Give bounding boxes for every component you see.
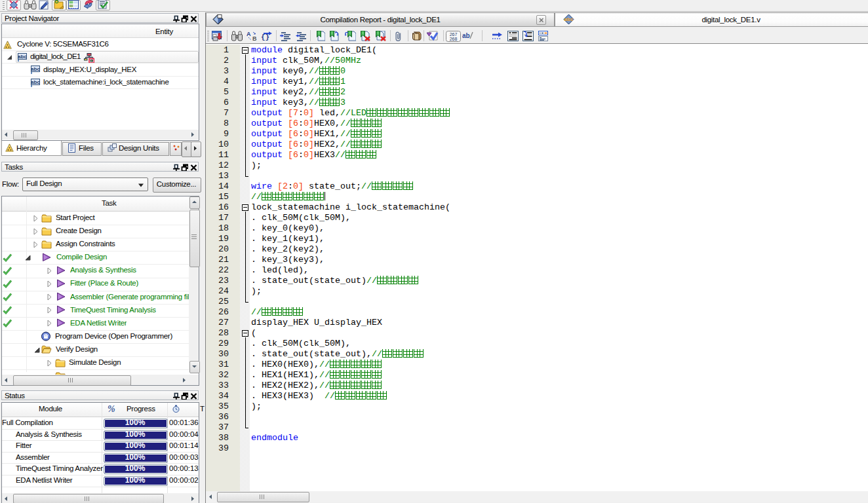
svg-text:abc: abc xyxy=(31,79,40,85)
svg-text:267: 267 xyxy=(450,32,458,37)
svg-text:abc: abc xyxy=(31,66,40,72)
svg-text:A: A xyxy=(247,31,251,37)
svg-text:{}: {} xyxy=(261,33,269,41)
svg-text:abc: abc xyxy=(18,54,27,60)
svg-text:268: 268 xyxy=(450,37,458,41)
svg-text:B: B xyxy=(252,35,257,41)
svg-text:ab: ab xyxy=(462,32,470,39)
